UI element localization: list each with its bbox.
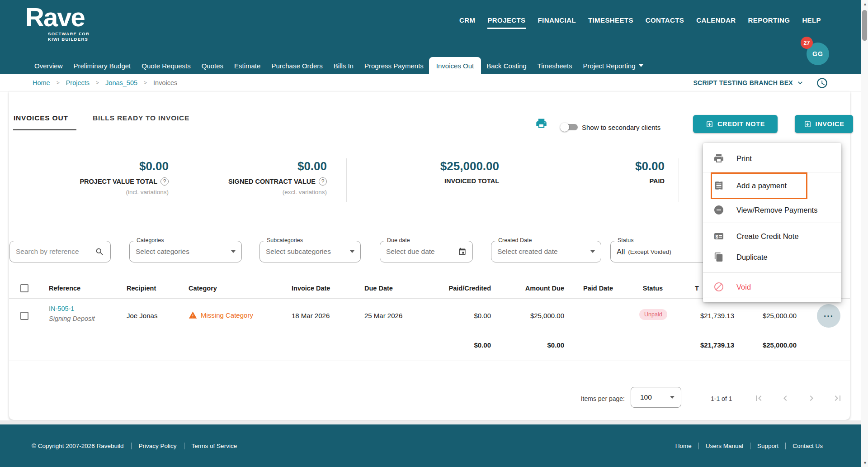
invoice-actions-menu: Print Add a payment View/Remove Payments… (703, 143, 841, 302)
privacy-policy-link[interactable]: Privacy Policy (139, 443, 177, 449)
subnav-timesheets[interactable]: Timesheets (532, 57, 578, 74)
credit-note-icon: $ (713, 231, 725, 242)
print-icon (713, 153, 725, 164)
subnav-quotes[interactable]: Quotes (196, 57, 229, 74)
menu-item-duplicate[interactable]: Duplicate (703, 247, 841, 267)
page-scrollbar[interactable]: ▲ ▼ (861, 0, 868, 467)
nav-reporting[interactable]: REPORTING (748, 16, 790, 24)
subnav-purchase-orders[interactable]: Purchase Orders (266, 57, 328, 74)
help-icon[interactable]: ? (319, 177, 327, 186)
chevron-down-icon (670, 396, 675, 399)
items-per-page-select[interactable]: 100 (631, 387, 681, 408)
history-clock-icon[interactable] (816, 77, 828, 89)
total-2: $25,000.00 (729, 341, 797, 349)
subnav-bills-in[interactable]: Bills In (328, 57, 359, 74)
subnav-preliminary-budget[interactable]: Preliminary Budget (68, 57, 137, 74)
tab-underline (13, 129, 76, 130)
chevron-down-icon (590, 250, 595, 253)
nav-financial[interactable]: FINANCIAL (538, 16, 576, 24)
support-link[interactable]: Support (757, 443, 778, 449)
last-page-icon[interactable] (832, 393, 843, 404)
nav-calendar[interactable]: CALENDAR (696, 16, 736, 24)
filter-value-suffix: (Except Voided) (628, 248, 671, 255)
svg-text:$: $ (716, 234, 718, 239)
stat-value: $25,000.00 (353, 159, 499, 173)
users-manual-link[interactable]: Users Manual (706, 443, 743, 449)
branch-selector[interactable]: SCRIPT TESTING BRANCH BEX (693, 74, 805, 91)
previous-page-icon[interactable] (780, 393, 791, 404)
credit-note-button[interactable]: CREDIT NOTE (693, 115, 778, 133)
print-icon[interactable] (535, 117, 547, 129)
col-paid-date: Paid Date (583, 285, 613, 292)
scroll-up-icon[interactable]: ▲ (863, 2, 867, 6)
invoice-reference-link[interactable]: IN-505-1 (49, 305, 74, 312)
subnav-invoices-out[interactable]: Invoices Out (429, 57, 481, 74)
terms-of-service-link[interactable]: Terms of Service (192, 443, 237, 449)
first-page-icon[interactable] (753, 393, 764, 404)
remove-circle-icon (713, 205, 725, 215)
filter-label: Status (615, 237, 636, 243)
breadcrumb-project[interactable]: Jonas_505 (105, 79, 137, 86)
subnav-estimate[interactable]: Estimate (229, 57, 266, 74)
cell-category[interactable]: Missing Category (189, 311, 253, 319)
select-all-checkbox[interactable] (20, 284, 28, 292)
breadcrumb-projects[interactable]: Projects (66, 79, 90, 86)
nav-timesheets[interactable]: TIMESHEETS (588, 16, 633, 24)
logo-subtitle: SOFTWARE FOR KIWI BUILDERS (48, 31, 90, 43)
nav-projects[interactable]: PROJECTS (487, 16, 525, 24)
tab-bills-ready[interactable]: BILLS READY TO INVOICE (93, 114, 189, 122)
nav-contacts[interactable]: CONTACTS (646, 16, 684, 24)
status-badge: Unpaid (639, 309, 667, 320)
stat-value: $0.00 (542, 159, 665, 173)
stat-divider (182, 158, 182, 202)
search-input[interactable] (16, 248, 95, 256)
nav-crm[interactable]: CRM (459, 16, 475, 24)
stat-label: INVOICED TOTAL (444, 177, 499, 185)
subnav-quote-requests[interactable]: Quote Requests (136, 57, 196, 74)
show-secondary-clients-toggle[interactable] (561, 124, 578, 130)
search-icon[interactable] (95, 247, 104, 257)
subnav-back-costing[interactable]: Back Costing (481, 57, 532, 74)
stat-value: $0.00 (9, 159, 169, 173)
duplicate-icon (713, 252, 725, 262)
menu-item-create-credit-note[interactable]: $ Create Credit Note (703, 226, 841, 246)
subnav-overview[interactable]: Overview (29, 57, 68, 74)
subcategories-filter[interactable]: Subcategories Select subcategories (259, 241, 361, 262)
footer-home-link[interactable]: Home (675, 443, 692, 449)
void-icon (713, 281, 725, 292)
menu-divider (703, 297, 841, 297)
items-per-page-value: 100 (640, 393, 666, 401)
subnav-project-reporting[interactable]: Project Reporting (578, 57, 649, 74)
footer-separator (184, 443, 184, 449)
menu-item-print[interactable]: Print (703, 148, 841, 168)
stat-sub: (excl. variations) (190, 189, 327, 195)
menu-item-view-remove-payments[interactable]: View/Remove Payments (703, 200, 841, 220)
scrollbar-thumb[interactable] (862, 10, 867, 41)
stat-paid: $0.00 PAID (542, 159, 665, 185)
breadcrumb-home[interactable]: Home (33, 79, 50, 86)
due-date-filter[interactable]: Due date Select due date (380, 241, 473, 262)
menu-item-void[interactable]: Void (703, 277, 841, 297)
project-subnav: Overview Preliminary Budget Quote Reques… (29, 57, 649, 74)
subnav-progress-payments[interactable]: Progress Payments (359, 57, 429, 74)
invoice-button[interactable]: INVOICE (795, 115, 853, 133)
scroll-down-icon[interactable]: ▼ (863, 461, 867, 465)
tab-invoices-out[interactable]: INVOICES OUT (14, 114, 68, 122)
nav-help[interactable]: HELP (802, 16, 821, 24)
stat-value: $0.00 (190, 159, 327, 173)
toggle-label: Show to secondary clients (582, 124, 660, 131)
main-nav: CRM PROJECTS FINANCIAL TIMESHEETS CONTAC… (459, 16, 821, 24)
highlight-box (711, 172, 807, 199)
contact-us-link[interactable]: Contact Us (793, 443, 823, 449)
breadcrumb-separator: > (96, 80, 99, 86)
footer-separator (785, 443, 786, 449)
help-icon[interactable]: ? (160, 177, 169, 186)
categories-filter[interactable]: Categories Select categories (129, 241, 242, 262)
rave-logo[interactable]: Rave SOFTWARE FOR KIWI BUILDERS (25, 4, 90, 43)
breadcrumb-separator: > (57, 80, 60, 86)
created-date-filter[interactable]: Created Date Select created date (491, 241, 601, 262)
row-checkbox[interactable] (20, 312, 28, 320)
chevron-down-icon (231, 250, 236, 253)
row-actions-button[interactable]: ... (817, 304, 840, 328)
next-page-icon[interactable] (806, 393, 817, 404)
